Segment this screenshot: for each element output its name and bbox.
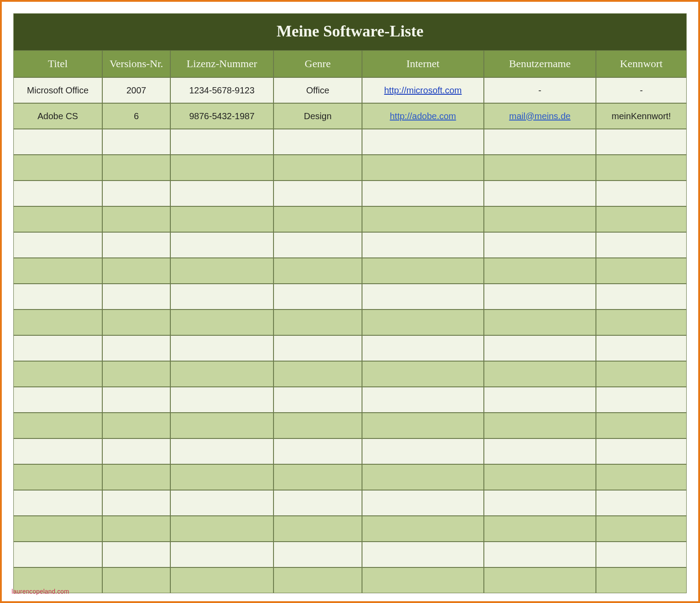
empty-cell <box>102 361 171 387</box>
table-row-empty <box>13 206 687 232</box>
table-row-empty <box>13 542 687 567</box>
cell-internet[interactable]: http://adobe.com <box>362 103 483 129</box>
empty-cell <box>484 181 596 206</box>
empty-cell <box>13 387 102 413</box>
table-header-row: Titel Versions-Nr. Lizenz-Nummer Genre I… <box>13 50 687 77</box>
empty-cell <box>596 413 687 438</box>
cell-benutzername-link[interactable]: mail@meins.de <box>509 111 571 121</box>
table-row: Adobe CS69876-5432-1987Designhttp://adob… <box>13 103 687 129</box>
empty-cell <box>274 284 362 310</box>
empty-cell <box>13 516 102 542</box>
empty-cell <box>102 413 171 438</box>
empty-cell <box>170 181 273 206</box>
empty-cell <box>13 542 102 567</box>
empty-cell <box>274 129 362 155</box>
empty-cell <box>596 361 687 387</box>
empty-cell <box>102 206 171 232</box>
empty-cell <box>274 542 362 567</box>
table-row-empty <box>13 361 687 387</box>
empty-cell <box>170 232 273 258</box>
empty-cell <box>13 206 102 232</box>
cell-titel: Microsoft Office <box>13 77 102 103</box>
empty-cell <box>13 129 102 155</box>
empty-cell <box>13 155 102 181</box>
empty-cell <box>102 155 171 181</box>
empty-cell <box>362 129 483 155</box>
table-row-empty <box>13 284 687 310</box>
col-header-genre: Genre <box>274 50 362 77</box>
cell-internet[interactable]: http://microsoft.com <box>362 77 483 103</box>
empty-cell <box>170 310 273 335</box>
empty-cell <box>484 464 596 490</box>
empty-cell <box>362 310 483 335</box>
col-header-version: Versions-Nr. <box>102 50 171 77</box>
empty-cell <box>484 310 596 335</box>
empty-cell <box>596 284 687 310</box>
empty-cell <box>13 438 102 464</box>
empty-cell <box>596 129 687 155</box>
empty-cell <box>596 464 687 490</box>
empty-cell <box>596 181 687 206</box>
empty-cell <box>484 206 596 232</box>
empty-cell <box>274 413 362 438</box>
empty-cell <box>274 310 362 335</box>
empty-cell <box>102 567 171 593</box>
software-table: Meine Software-Liste Titel Versions-Nr. … <box>13 13 687 593</box>
empty-cell <box>362 567 483 593</box>
cell-internet-link[interactable]: http://adobe.com <box>390 111 456 121</box>
empty-cell <box>484 284 596 310</box>
empty-cell <box>102 387 171 413</box>
empty-cell <box>484 258 596 284</box>
empty-cell <box>13 361 102 387</box>
empty-cell <box>274 490 362 516</box>
empty-cell <box>596 310 687 335</box>
empty-cell <box>102 516 171 542</box>
empty-cell <box>274 516 362 542</box>
table-title-row: Meine Software-Liste <box>13 13 687 50</box>
empty-cell <box>13 490 102 516</box>
empty-cell <box>484 490 596 516</box>
empty-cell <box>170 335 273 361</box>
empty-cell <box>484 516 596 542</box>
empty-cell <box>484 335 596 361</box>
empty-cell <box>102 284 171 310</box>
empty-cell <box>362 155 483 181</box>
empty-cell <box>102 181 171 206</box>
empty-cell <box>362 258 483 284</box>
empty-cell <box>362 335 483 361</box>
empty-cell <box>362 516 483 542</box>
empty-cell <box>274 567 362 593</box>
table-row-empty <box>13 335 687 361</box>
table-row-empty <box>13 490 687 516</box>
empty-cell <box>274 155 362 181</box>
empty-cell <box>362 232 483 258</box>
empty-cell <box>170 284 273 310</box>
cell-genre: Office <box>274 77 362 103</box>
empty-cell <box>102 490 171 516</box>
cell-titel: Adobe CS <box>13 103 102 129</box>
empty-cell <box>102 310 171 335</box>
table-row-empty <box>13 129 687 155</box>
empty-cell <box>13 181 102 206</box>
cell-lizenz: 9876-5432-1987 <box>170 103 273 129</box>
col-header-titel: Titel <box>13 50 102 77</box>
empty-cell <box>170 206 273 232</box>
cell-benutzername[interactable]: mail@meins.de <box>484 103 596 129</box>
empty-cell <box>596 516 687 542</box>
empty-cell <box>596 232 687 258</box>
empty-cell <box>596 206 687 232</box>
col-header-benutzername: Benutzername <box>484 50 596 77</box>
empty-cell <box>170 413 273 438</box>
empty-cell <box>170 542 273 567</box>
cell-internet-link[interactable]: http://microsoft.com <box>384 85 462 95</box>
empty-cell <box>484 413 596 438</box>
empty-cell <box>484 232 596 258</box>
empty-cell <box>170 438 273 464</box>
empty-cell <box>170 516 273 542</box>
col-header-lizenz: Lizenz-Nummer <box>170 50 273 77</box>
empty-cell <box>362 542 483 567</box>
table-row-empty <box>13 232 687 258</box>
empty-cell <box>484 361 596 387</box>
empty-cell <box>274 258 362 284</box>
cell-version: 2007 <box>102 77 171 103</box>
